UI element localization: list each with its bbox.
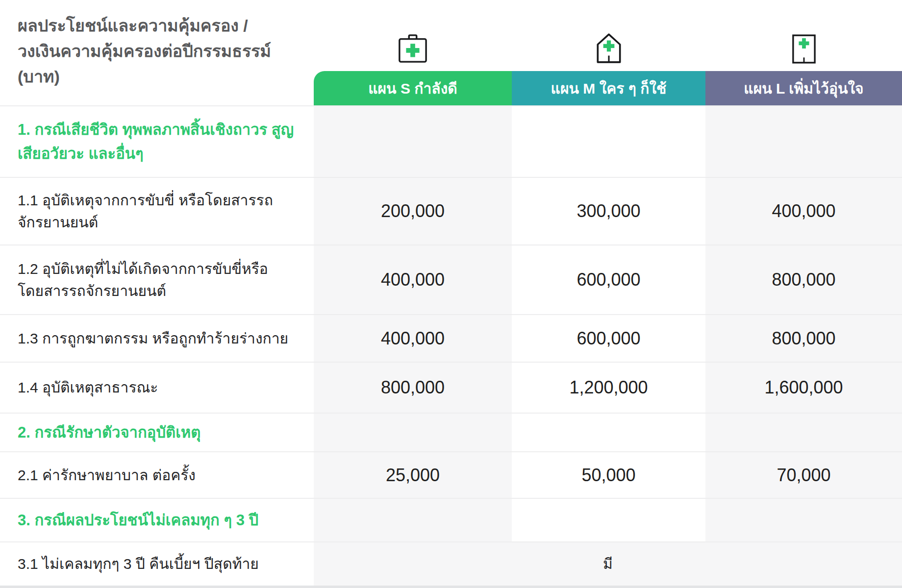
row-1-4-plan-l-value: 1,600,000 — [705, 363, 902, 412]
section-2-heading: 2. กรณีรักษาตัวจากอุบัติเหตุ — [0, 414, 314, 452]
row-1-4-plan-s-value: 800,000 — [314, 363, 512, 412]
benefits-comparison-table: ผลประโยชน์และความคุ้มครอง / วงเงินความคุ… — [0, 0, 902, 588]
row-1-2-plan-m-value: 600,000 — [512, 245, 705, 314]
row-1-1-plan-s-value: 200,000 — [314, 178, 512, 244]
table-header: ผลประโยชน์และความคุ้มครอง / วงเงินความคุ… — [0, 0, 902, 105]
row-3-1-all-plans-value: มี — [314, 542, 902, 586]
first-aid-kit-icon — [397, 34, 429, 64]
table-row: 1.2 อุบัติเหตุที่ไม่ได้เกิดจากการขับขี่ห… — [0, 245, 902, 314]
table-bottom-border — [0, 586, 902, 588]
row-1-2-label: 1.2 อุบัติเหตุที่ไม่ได้เกิดจากการขับขี่ห… — [0, 245, 314, 314]
plan-l-icon-cell — [705, 0, 902, 71]
row-1-1-plan-m-value: 300,000 — [512, 178, 705, 244]
table-title-line-1: ผลประโยชน์และความคุ้มครอง / — [18, 13, 304, 38]
table-row: 1.4 อุบัติเหตุสาธารณะ 800,000 1,200,000 … — [0, 362, 902, 412]
plan-s-header: แผน S กำลังดี — [314, 71, 512, 105]
table-row: 2.1 ค่ารักษาพยาบาล ต่อครั้ง 25,000 50,00… — [0, 451, 902, 498]
table-row: 3.1 ไม่เคลมทุกๆ 3 ปี คืนเบี้ยฯ ปีสุดท้าย… — [0, 541, 902, 586]
table-row: 1.1 อุบัติเหตุจากการขับขี่ หรือโดยสาร​รถ… — [0, 177, 902, 244]
row-1-3-label: 1.3 การถูกฆาตกรรม หรือถูกทำร้ายร่างกาย — [0, 315, 314, 362]
row-1-1-plan-l-value: 400,000 — [705, 178, 902, 244]
row-2-1-plan-s-value: 25,000 — [314, 452, 512, 498]
row-1-4-label: 1.4 อุบัติเหตุสาธารณะ — [0, 363, 314, 412]
section-3-row: 3. กรณีผลประโยชน์ไม่เคลมทุก ๆ 3 ปี — [0, 498, 902, 541]
section-1-row: 1. กรณีเสียชีวิต ทุพพลภาพสิ้นเชิงถาวร สู… — [0, 105, 902, 177]
plan-m-label: แผน M ใคร ๆ ก็ใช้ — [551, 77, 667, 100]
row-1-2-plan-s-value: 400,000 — [314, 245, 512, 314]
table-title: ผลประโยชน์และความคุ้มครอง / วงเงินความคุ… — [0, 0, 314, 105]
row-1-2-plan-l-value: 800,000 — [705, 245, 902, 314]
row-1-4-plan-m-value: 1,200,000 — [512, 363, 705, 412]
plan-s-label: แผน S กำลังดี — [368, 77, 457, 100]
table-title-line-2: วงเงินความคุ้มครองต่อปีกรรมธรรม์ — [18, 38, 304, 64]
section-3-plan-m-cell — [512, 499, 705, 541]
section-2-plan-m-cell — [512, 414, 705, 452]
row-2-1-label: 2.1 ค่ารักษาพยาบาล ต่อครั้ง — [0, 452, 314, 498]
row-1-3-plan-m-value: 600,000 — [512, 315, 705, 362]
plan-columns-header: แผน S กำลังดี แผน M ใคร ๆ ก็ใช้ แผน L เพ… — [314, 0, 902, 105]
section-3-plan-s-cell — [314, 499, 512, 541]
plan-m-icon-cell — [512, 0, 705, 71]
plan-l-label: แผน L เพิ่มไว้อุ่นใจ — [744, 77, 863, 100]
section-1-plan-m-cell — [512, 106, 705, 177]
table-title-line-3: (บาท) — [18, 64, 304, 89]
plan-icons-row — [314, 0, 902, 71]
section-2-plan-l-cell — [705, 414, 902, 452]
plan-m-header: แผน M ใคร ๆ ก็ใช้ — [512, 71, 705, 105]
row-2-1-plan-l-value: 70,000 — [705, 452, 902, 498]
row-2-1-plan-m-value: 50,000 — [512, 452, 705, 498]
section-2-plan-s-cell — [314, 414, 512, 452]
section-3-plan-l-cell — [705, 499, 902, 541]
plan-l-header: แผน L เพิ่มไว้อุ่นใจ — [705, 71, 902, 105]
row-1-3-plan-l-value: 800,000 — [705, 315, 902, 362]
section-1-plan-s-cell — [314, 106, 512, 177]
hospital-building-icon — [792, 34, 816, 64]
section-1-plan-l-cell — [705, 106, 902, 177]
row-1-3-plan-s-value: 400,000 — [314, 315, 512, 362]
plan-names-row: แผน S กำลังดี แผน M ใคร ๆ ก็ใช้ แผน L เพ… — [314, 71, 902, 105]
table-row: 1.3 การถูกฆาตกรรม หรือถูกทำร้ายร่างกาย 4… — [0, 314, 902, 362]
section-3-heading: 3. กรณีผลประโยชน์ไม่เคลมทุก ๆ 3 ปี — [0, 499, 314, 541]
row-3-1-label: 3.1 ไม่เคลมทุกๆ 3 ปี คืนเบี้ยฯ ปีสุดท้าย — [0, 542, 314, 586]
section-1-heading: 1. กรณีเสียชีวิต ทุพพลภาพสิ้นเชิงถาวร สู… — [0, 106, 314, 177]
section-2-row: 2. กรณีรักษาตัวจากอุบัติเหตุ — [0, 413, 902, 452]
row-1-1-label: 1.1 อุบัติเหตุจากการขับขี่ หรือโดยสาร​รถ… — [0, 178, 314, 244]
house-medical-icon — [593, 32, 625, 64]
plan-s-icon-cell — [314, 0, 512, 71]
